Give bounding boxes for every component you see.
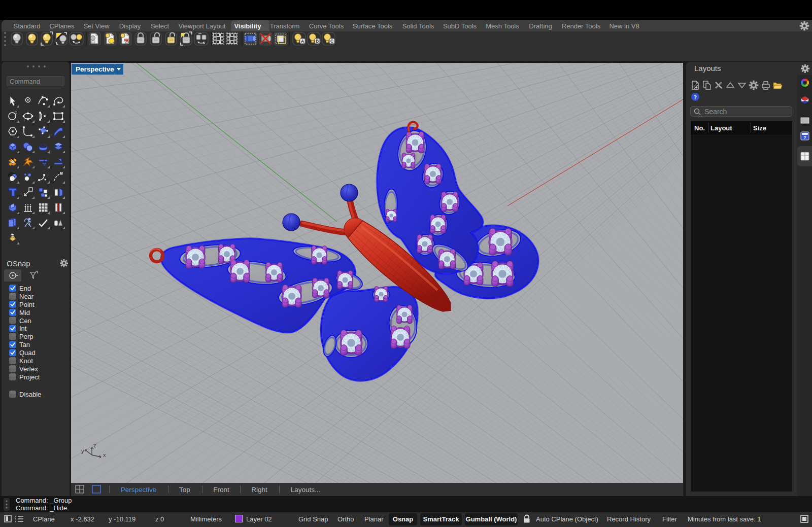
- svg-text:A: A: [301, 39, 304, 44]
- svg-text:z: z: [93, 442, 96, 448]
- svg-text:?: ?: [803, 135, 806, 140]
- svg-text:x: x: [103, 452, 106, 458]
- svg-text:?: ?: [694, 94, 697, 101]
- svg-text:y: y: [81, 448, 84, 454]
- svg-text:B: B: [316, 39, 319, 44]
- svg-text:C: C: [330, 39, 333, 44]
